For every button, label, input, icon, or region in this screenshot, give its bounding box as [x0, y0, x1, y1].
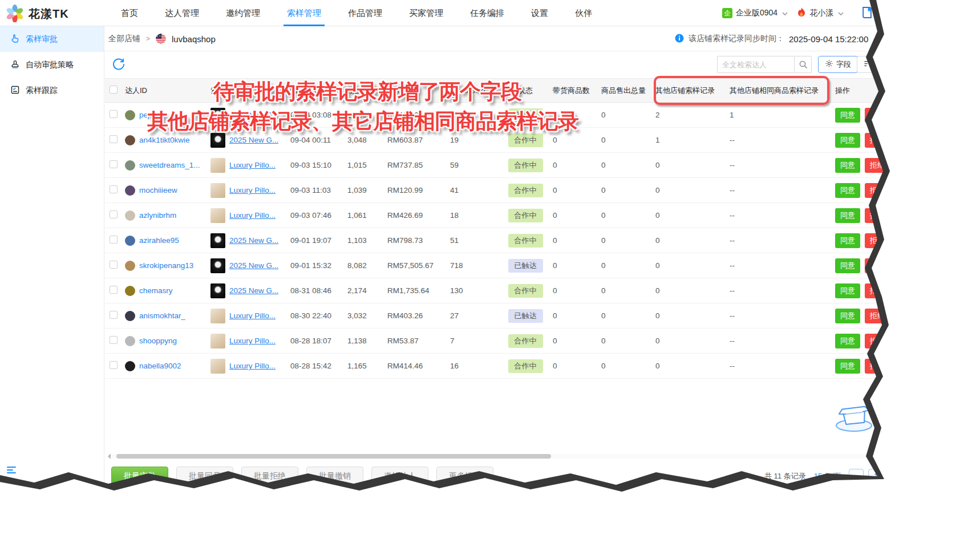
talent-id-link[interactable]: nabella9002: [139, 362, 181, 370]
cell-items: 5: [446, 103, 503, 128]
agree-button[interactable]: 同意: [835, 158, 860, 173]
row-checkbox[interactable]: [110, 311, 118, 319]
next-page-icon[interactable]: ›: [888, 469, 902, 484]
user-name-label[interactable]: 花小漾: [809, 8, 833, 18]
talent-id-link[interactable]: skrokipenang13: [139, 261, 193, 270]
fields-button[interactable]: 字段: [818, 56, 858, 73]
talent-id-link[interactable]: anismokhtar_: [139, 311, 185, 320]
sidebar-item-索样审批[interactable]: 索样审批: [0, 26, 104, 52]
refresh-icon[interactable]: [112, 58, 126, 72]
talent-id-link[interactable]: sweetdreams_1...: [139, 161, 200, 169]
reject-button[interactable]: 拒绝: [865, 233, 890, 248]
agree-button[interactable]: 同意: [835, 133, 860, 148]
row-checkbox[interactable]: [110, 261, 118, 269]
row-checkbox[interactable]: [110, 286, 118, 294]
prev-page-icon[interactable]: ‹: [849, 469, 864, 484]
talent-id-link[interactable]: azirahlee95: [139, 236, 179, 245]
talent-id-link[interactable]: peja...: [139, 111, 160, 119]
nav-item-首页[interactable]: 首页: [121, 0, 138, 26]
agree-button[interactable]: 同意: [835, 309, 860, 323]
agree-button[interactable]: 同意: [835, 108, 860, 123]
reject-button[interactable]: 拒绝: [865, 183, 890, 198]
product-link[interactable]: 2025 New G...: [229, 136, 278, 144]
nav-item-作品管理[interactable]: 作品管理: [348, 0, 382, 26]
row-checkbox[interactable]: [110, 361, 118, 369]
sync-now-link[interactable]: 立即同步: [881, 34, 913, 44]
agree-button[interactable]: 同意: [835, 359, 860, 374]
agree-button[interactable]: 同意: [835, 283, 860, 298]
reject-button[interactable]: 拒绝: [865, 309, 890, 323]
reject-button[interactable]: 拒绝: [865, 158, 890, 173]
nav-item-索样管理[interactable]: 索样管理: [287, 0, 321, 26]
reject-button[interactable]: 拒绝: [865, 108, 890, 123]
talent-id-link[interactable]: an4k1tikt0kwie: [139, 136, 190, 144]
row-checkbox[interactable]: [110, 110, 118, 118]
nav-item-任务编排[interactable]: 任务编排: [470, 0, 504, 26]
reject-button[interactable]: 拒绝: [865, 283, 890, 298]
talent-id-link[interactable]: mochiiieew: [139, 186, 177, 194]
select-all-checkbox[interactable]: [110, 86, 118, 94]
chevron-down-icon[interactable]: [838, 9, 844, 18]
product-link[interactable]: Luxury Pillo...: [229, 161, 276, 169]
row-checkbox[interactable]: [110, 236, 118, 244]
product-link[interactable]: Luxury Pillo...: [229, 186, 276, 194]
chevron-down-icon[interactable]: [782, 9, 788, 18]
product-link[interactable]: 2025 New G...: [229, 111, 278, 119]
help-label[interactable]: 帮: [877, 8, 885, 18]
nav-item-设置[interactable]: 设置: [531, 0, 548, 26]
cell-operations: 同意拒绝: [831, 354, 890, 379]
help-book-icon[interactable]: [861, 6, 873, 21]
talent-id-link[interactable]: shooppyng: [139, 337, 177, 345]
nav-item-邀约管理[interactable]: 邀约管理: [226, 0, 260, 26]
footer-button-批量同意[interactable]: 批量同意: [176, 467, 233, 486]
sidebar-collapse-icon[interactable]: [7, 467, 16, 473]
row-checkbox[interactable]: [110, 210, 118, 218]
nav-item-伙伴[interactable]: 伙伴: [575, 0, 592, 26]
cell-checkbox: [105, 303, 120, 329]
product-link[interactable]: 2025 New G...: [229, 261, 278, 270]
product-link[interactable]: Luxury Pillo...: [229, 362, 276, 370]
page-size-select[interactable]: 15 条/页: [814, 471, 841, 481]
scrollbar-thumb[interactable]: [116, 454, 551, 459]
product-link[interactable]: 2025 New G...: [229, 236, 278, 245]
row-checkbox[interactable]: [110, 336, 118, 344]
search-input[interactable]: [717, 56, 794, 73]
search-icon[interactable]: [794, 56, 812, 73]
company-plan-label[interactable]: 企业版0904: [736, 8, 777, 18]
reject-button[interactable]: 拒绝: [865, 208, 890, 223]
product-link[interactable]: 2025 New G...: [229, 286, 278, 295]
page-number[interactable]: 1: [868, 469, 883, 484]
footer-button-批量审批[interactable]: 批量审批: [111, 467, 168, 486]
nav-item-达人管理[interactable]: 达人管理: [165, 0, 199, 26]
product-link[interactable]: Luxury Pillo...: [229, 337, 276, 345]
talent-id-link[interactable]: chemasry: [139, 286, 173, 295]
reject-button[interactable]: 拒绝: [865, 359, 890, 374]
reject-button[interactable]: 拒绝: [865, 334, 890, 348]
sidebar-item-索样跟踪[interactable]: 索样跟踪: [0, 78, 104, 103]
row-checkbox[interactable]: [110, 185, 118, 193]
scrollbar-track[interactable]: [112, 454, 873, 459]
agree-button[interactable]: 同意: [835, 258, 860, 273]
sort-button[interactable]: 排序: [857, 56, 897, 73]
reject-button[interactable]: 拒绝: [865, 258, 890, 273]
sidebar-item-自动审批策略[interactable]: 自动审批策略: [0, 52, 104, 78]
avatar: [125, 361, 135, 371]
tray-box-icon[interactable]: [833, 397, 875, 434]
reject-button[interactable]: 拒绝: [865, 133, 890, 148]
breadcrumb-all-shops[interactable]: 全部店铺: [108, 34, 140, 44]
footer-button-邀约达人[interactable]: 邀约达人: [371, 467, 428, 486]
row-checkbox[interactable]: [110, 160, 118, 168]
scroll-left-arrow-icon[interactable]: [105, 453, 111, 459]
nav-item-买家管理[interactable]: 买家管理: [409, 0, 443, 26]
product-link[interactable]: Luxury Pillo...: [229, 211, 276, 220]
footer-button-批量拒绝[interactable]: 批量拒绝: [241, 467, 298, 486]
row-checkbox[interactable]: [110, 135, 118, 143]
agree-button[interactable]: 同意: [835, 233, 860, 248]
footer-button-批量撤销[interactable]: 批量撤销: [306, 467, 363, 486]
product-link[interactable]: Luxury Pillo...: [229, 311, 276, 320]
agree-button[interactable]: 同意: [835, 334, 860, 348]
talent-id-link[interactable]: azlynibrhm: [139, 211, 176, 220]
agree-button[interactable]: 同意: [835, 183, 860, 198]
agree-button[interactable]: 同意: [835, 208, 860, 223]
footer-button-更多操作[interactable]: 更多操作: [436, 467, 493, 486]
